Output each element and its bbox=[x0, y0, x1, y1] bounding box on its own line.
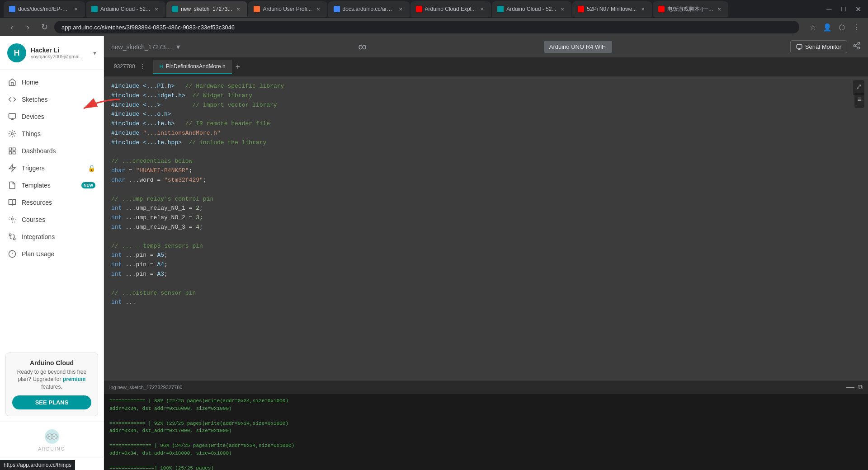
tab-favicon-user bbox=[254, 6, 260, 12]
tab-favicon-docs bbox=[9, 6, 15, 12]
sidebar-item-templates[interactable]: Templates NEW bbox=[0, 177, 104, 194]
serial-monitor-label: Serial Monitor bbox=[805, 43, 841, 50]
profile-icon[interactable]: 👤 bbox=[821, 21, 834, 33]
tab-new-sketch[interactable]: new_sketch_17273... ✕ bbox=[166, 1, 247, 17]
tab-favicon-arduino2 bbox=[91, 6, 98, 12]
terminal-label: ing new_sketch_1727329327780 bbox=[109, 385, 182, 390]
tab-arduino7[interactable]: Arduino Cloud - 52... ✕ bbox=[492, 1, 571, 17]
sidebar-label-home: Home bbox=[22, 79, 95, 86]
tab-label-docs2: docs.arduino.cc/ard... bbox=[343, 6, 394, 12]
tab-favicon-docs2 bbox=[334, 6, 340, 12]
code-line-5: #include <...te.h> // IR remote header f… bbox=[111, 119, 861, 129]
address-input[interactable] bbox=[54, 21, 799, 33]
code-line-23: // ...oisture sensor pin bbox=[111, 289, 861, 298]
sidebar-item-home[interactable]: Home bbox=[0, 74, 104, 91]
tab-user[interactable]: Arduino User Profi... ✕ bbox=[248, 1, 327, 17]
editor-area: new_sketch_17273... ▾ ∞ Arduino UNO R4 W… bbox=[104, 36, 868, 470]
arduino-logo: ARDUINO bbox=[0, 422, 104, 457]
sidebar-label-things: Things bbox=[22, 130, 95, 137]
terminal-line-4: ============ | 92% (23/25 pages)write(ad… bbox=[109, 420, 863, 428]
tab-close-arduino7[interactable]: ✕ bbox=[559, 5, 566, 13]
board-selector-button[interactable]: Arduino UNO R4 WiFi bbox=[544, 41, 612, 53]
tab-close-new[interactable]: ✕ bbox=[235, 5, 242, 13]
svg-point-22 bbox=[854, 45, 856, 47]
file-tabs: 9327780 ⋮ H PinDefinitionsAndMore.h + bbox=[104, 58, 868, 76]
tab-docs2[interactable]: docs.arduino.cc/ard... ✕ bbox=[328, 1, 410, 17]
upgrade-text: Ready to go beyond this free plan? Upgra… bbox=[12, 368, 91, 391]
add-tab-button[interactable]: + bbox=[232, 61, 244, 74]
chevron-down-icon[interactable]: ▾ bbox=[93, 49, 96, 56]
terminal-line-5: addr=0x34, dst_addr=0x17000, size=0x1000… bbox=[109, 427, 863, 435]
terminal-line-3 bbox=[109, 412, 863, 420]
sidebar-item-plan-usage[interactable]: Plan Usage bbox=[0, 245, 104, 263]
svg-line-25 bbox=[855, 44, 858, 45]
terminal-minimize-button[interactable]: — bbox=[846, 382, 854, 392]
sidebar-item-courses[interactable]: Courses bbox=[0, 211, 104, 228]
tab-favicon-52pi bbox=[578, 6, 584, 12]
reload-btn[interactable]: ↻ bbox=[38, 21, 51, 33]
file-tab-menu-icon[interactable]: ⋮ bbox=[138, 61, 147, 71]
code-editor[interactable]: #include <...PI.h> // Hardware-specific … bbox=[104, 76, 868, 380]
code-line-6: #include "...initionsAndMore.h" bbox=[111, 129, 861, 138]
things-icon bbox=[8, 130, 16, 138]
back-btn[interactable]: ‹ bbox=[5, 21, 18, 33]
tab-label-52pi: 52Pi N07 Minitowe... bbox=[587, 6, 637, 12]
maximize-window-btn[interactable]: □ bbox=[837, 3, 850, 15]
svg-rect-18 bbox=[797, 44, 802, 48]
triggers-icon bbox=[8, 164, 16, 172]
tab-close-docs[interactable]: ✕ bbox=[72, 5, 80, 13]
bookmark-star-icon[interactable]: ☆ bbox=[807, 21, 819, 33]
close-window-btn[interactable]: ✕ bbox=[852, 3, 864, 15]
tab-label-user: Arduino User Profi... bbox=[263, 6, 311, 12]
tab-label-docs: docs/docs/md/EP-C... bbox=[18, 6, 70, 12]
plan-usage-icon bbox=[8, 250, 16, 258]
file-tab-header-label: PinDefinitionsAndMore.h bbox=[166, 63, 226, 70]
code-line-19: int ...pin = A5; bbox=[111, 251, 861, 260]
minimize-window-btn[interactable]: ─ bbox=[823, 3, 835, 15]
terminal-line-7: ============== | 96% (24/25 pages)write(… bbox=[109, 442, 863, 450]
sidebar-item-resources[interactable]: Resources bbox=[0, 194, 104, 211]
tab-close-docs2[interactable]: ✕ bbox=[397, 5, 404, 13]
terminal-copy-button[interactable]: ⧉ bbox=[858, 383, 863, 391]
serial-monitor-button[interactable]: Serial Monitor bbox=[790, 40, 847, 53]
tab-close-52pi[interactable]: ✕ bbox=[639, 5, 646, 13]
tab-close-user[interactable]: ✕ bbox=[315, 5, 322, 13]
file-tab-main[interactable]: 9327780 ⋮ bbox=[108, 58, 153, 76]
sidebar-item-triggers[interactable]: Triggers 🔒 bbox=[0, 160, 104, 177]
wrap-lines-button[interactable]: ≡ bbox=[854, 93, 864, 108]
sidebar-item-devices[interactable]: Devices bbox=[0, 108, 104, 125]
terminal-line-9 bbox=[109, 457, 863, 465]
forward-btn[interactable]: › bbox=[22, 21, 34, 33]
sidebar-item-things[interactable]: Things bbox=[0, 125, 104, 142]
code-line-13: // ...ump relay's control pin bbox=[111, 195, 861, 204]
tab-label-exp: Arduino Cloud Expl... bbox=[425, 6, 476, 12]
tab-docs[interactable]: docs/docs/md/EP-C... ✕ bbox=[4, 1, 85, 17]
code-line-12 bbox=[111, 185, 861, 195]
sidebar-label-templates: Templates bbox=[22, 182, 76, 189]
sketch-name-dropdown-icon[interactable]: ▾ bbox=[176, 42, 180, 51]
sidebar-item-dashboards[interactable]: Dashboards bbox=[0, 142, 104, 160]
terminal-line-10: ===============] 100% (25/25 pages) bbox=[109, 465, 863, 470]
tab-52pi[interactable]: 52Pi N07 Minitowe... ✕ bbox=[572, 1, 652, 17]
code-line-11: char ...word = "stm32f429"; bbox=[111, 176, 861, 185]
address-bar-row: ‹ › ↻ ☆ 👤 ⬡ ⋮ bbox=[0, 18, 868, 36]
tab-close-exp[interactable]: ✕ bbox=[478, 5, 486, 13]
share-button[interactable] bbox=[853, 42, 861, 52]
sidebar-item-integrations[interactable]: Integrations bbox=[0, 228, 104, 245]
svg-marker-8 bbox=[9, 165, 15, 172]
tab-close-arduino2[interactable]: ✕ bbox=[153, 5, 160, 13]
sidebar-label-triggers: Triggers bbox=[22, 164, 82, 172]
sidebar-label-dashboards: Dashboards bbox=[22, 147, 95, 155]
menu-icon[interactable]: ⋮ bbox=[850, 21, 863, 33]
tab-dian[interactable]: 电饭游戏脚本·[一... ✕ bbox=[653, 1, 728, 17]
arduino-brand-text: ARDUINO bbox=[38, 446, 65, 451]
file-tab-header[interactable]: H PinDefinitionsAndMore.h bbox=[153, 60, 232, 74]
extensions-icon[interactable]: ⬡ bbox=[835, 21, 848, 33]
tab-arduino2[interactable]: Arduino Cloud - 52... ✕ bbox=[86, 1, 165, 17]
tab-explorer[interactable]: Arduino Cloud Expl... ✕ bbox=[410, 1, 491, 17]
tab-close-dian[interactable]: ✕ bbox=[716, 5, 723, 13]
see-plans-button[interactable]: SEE PLANS bbox=[12, 395, 91, 409]
sidebar-item-sketches[interactable]: Sketches bbox=[0, 91, 104, 108]
resources-icon bbox=[8, 198, 16, 207]
terminal-content[interactable]: ============ | 88% (22/25 pages)write(ad… bbox=[104, 394, 868, 470]
